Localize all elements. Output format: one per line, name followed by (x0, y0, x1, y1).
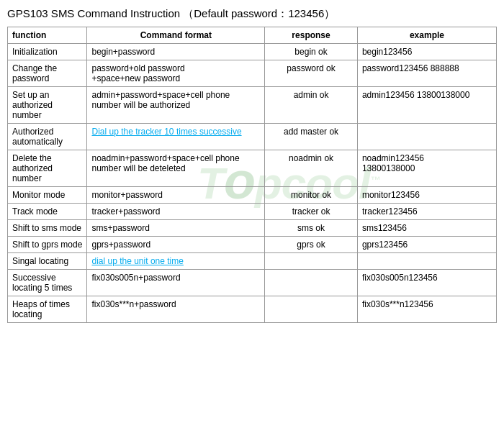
cell-command: password+old password+space+new password (87, 60, 265, 87)
table-row: Successive locating 5 timesfix030s005n+p… (8, 270, 497, 296)
cell-command: Dial up the tracker 10 times successive (87, 124, 265, 150)
cell-function: Initialization (8, 44, 87, 60)
table-row: Authorized automaticallyDial up the trac… (8, 124, 497, 150)
cell-function: Singal locating (8, 253, 87, 270)
cell-example (357, 253, 496, 270)
table-row: Shift to gprs modegprs+passwordgprs okgp… (8, 237, 497, 253)
cell-response: monitor ok (265, 187, 358, 204)
table-row: Shift to sms modesms+passwordsms oksms12… (8, 220, 497, 237)
cell-example: noadmin12345613800138000 (357, 150, 496, 187)
cell-function: Successive locating 5 times (8, 270, 87, 296)
cell-response (265, 270, 358, 296)
cell-function: Authorized automatically (8, 124, 87, 150)
cell-function: Heaps of times locating (8, 296, 87, 323)
cell-example: begin123456 (357, 44, 496, 60)
cell-example: tracker123456 (357, 204, 496, 220)
cell-command: fix030s***n+password (87, 296, 265, 323)
cell-command: gprs+password (87, 237, 265, 253)
col-header-response: response (265, 27, 358, 44)
cell-response: password ok (265, 60, 358, 87)
col-header-function: function (8, 27, 87, 44)
cell-command: admin+password+space+cell phone number w… (87, 87, 265, 124)
col-header-command: Command format (87, 27, 265, 44)
cell-response: begin ok (265, 44, 358, 60)
table-row: Monitor modemonitor+passwordmonitor okmo… (8, 187, 497, 204)
table-row: Heaps of times locatingfix030s***n+passw… (8, 296, 497, 323)
cell-command: noadmin+password+space+cell phone number… (87, 150, 265, 187)
cell-function: Shift to sms mode (8, 220, 87, 237)
cell-example: fix030s***n123456 (357, 296, 496, 323)
cell-response (265, 253, 358, 270)
table-row: Delete the authorized numbernoadmin+pass… (8, 150, 497, 187)
cell-function: Shift to gprs mode (8, 237, 87, 253)
table-row: Track modetracker+passwordtracker oktrac… (8, 204, 497, 220)
cell-response: sms ok (265, 220, 358, 237)
cell-command: sms+password (87, 220, 265, 237)
cell-response: tracker ok (265, 204, 358, 220)
cell-response: noadmin ok (265, 150, 358, 187)
table-row: Change the passwordpassword+old password… (8, 60, 497, 87)
cell-command: begin+password (87, 44, 265, 60)
table-row: Set up an authorized numberadmin+passwor… (8, 87, 497, 124)
table-row: Initializationbegin+passwordbegin okbegi… (8, 44, 497, 60)
cell-example: monitor123456 (357, 187, 496, 204)
cell-example: sms123456 (357, 220, 496, 237)
cell-command: tracker+password (87, 204, 265, 220)
cell-command: monitor+password (87, 187, 265, 204)
table-header-row: function Command format response example (8, 27, 497, 44)
col-header-example: example (357, 27, 496, 44)
title-main: GPS103 SMS Command Instruction (7, 7, 180, 19)
cell-function: Delete the authorized number (8, 150, 87, 187)
page-title: GPS103 SMS Command Instruction （Default … (7, 7, 497, 21)
cell-response: add master ok (265, 124, 358, 150)
cell-example: fix030s005n123456 (357, 270, 496, 296)
title-sub: （Default password：123456） (183, 7, 335, 19)
cell-function: Change the password (8, 60, 87, 87)
cell-function: Track mode (8, 204, 87, 220)
cell-example: password123456 888888 (357, 60, 496, 87)
cell-example (357, 124, 496, 150)
table-row: Singal locatingdial up the unit one time (8, 253, 497, 270)
cell-command: fix030s005n+password (87, 270, 265, 296)
command-table: function Command format response example… (7, 27, 497, 323)
cell-example: gprs123456 (357, 237, 496, 253)
cell-response: admin ok (265, 87, 358, 124)
cell-response: gprs ok (265, 237, 358, 253)
cell-command: dial up the unit one time (87, 253, 265, 270)
cell-response (265, 296, 358, 323)
cell-example: admin123456 13800138000 (357, 87, 496, 124)
cell-function: Monitor mode (8, 187, 87, 204)
cell-function: Set up an authorized number (8, 87, 87, 124)
